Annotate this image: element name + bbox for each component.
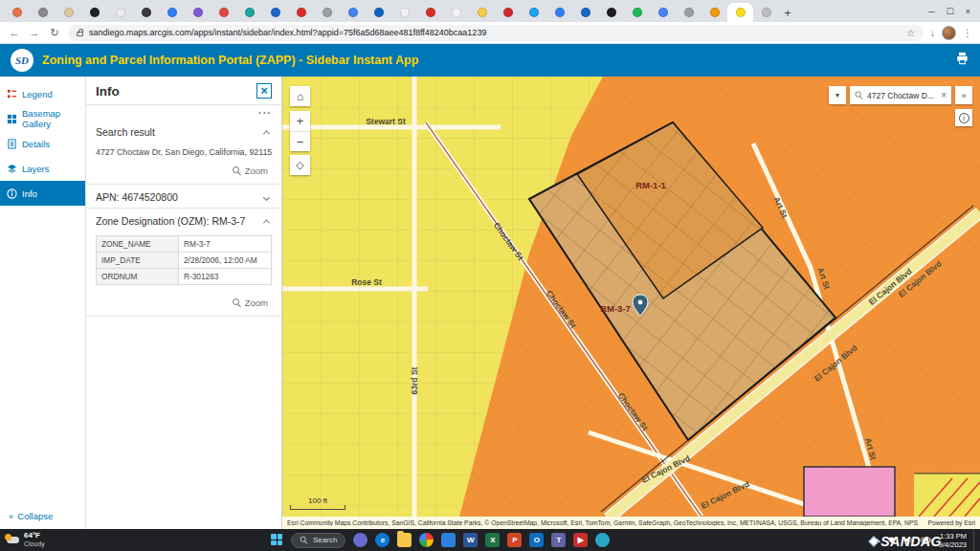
sidebar-item-basemap-gallery[interactable]: Basemap Gallery [0,106,85,131]
sidebar-item-layers[interactable]: Layers [0,156,85,181]
browser-tab[interactable] [159,3,185,22]
browser-menu-icon[interactable]: ⋮ [963,28,972,38]
section-zone-designation[interactable]: Zone Designation (OZM): RM-3-7 [86,209,281,231]
chevron-up-icon [263,130,270,137]
scale-line [290,505,345,510]
sidebar-item-legend[interactable]: Legend [0,81,85,106]
zoom-controls: + − [290,111,310,151]
sd-logo: SD [11,49,33,72]
collapse-sidebar-button[interactable]: « Collapse [9,511,53,521]
maximize-icon[interactable]: ☐ [947,7,954,16]
zoom-out-button[interactable]: − [290,131,310,151]
browser-tab[interactable] [391,3,417,22]
browser-tab-strip: + ─ ☐ × [0,0,980,22]
browser-tab[interactable] [56,3,81,22]
locate-button[interactable]: ◇ [290,155,310,175]
tab-favicon [90,8,100,17]
browser-tab[interactable] [727,3,753,22]
section-search-result[interactable]: Search result [86,120,281,143]
browser-tab[interactable] [185,3,211,22]
browser-tab[interactable] [572,3,598,22]
search-source-dropdown[interactable]: ▾ [829,86,846,104]
locate-icon: ◇ [296,159,303,171]
browser-tab[interactable] [4,3,30,22]
browser-tab[interactable] [650,3,676,22]
browser-tab[interactable] [521,3,546,22]
taskbar-weather-widget[interactable]: 64°F Cloudy [0,532,115,547]
sidebar-item-info[interactable]: Info [0,181,85,206]
tab-favicon [426,8,435,17]
close-window-icon[interactable]: × [966,7,970,16]
taskbar-icon-store[interactable] [441,533,456,547]
zoom-label: Zoom [245,298,268,308]
browser-tab[interactable] [676,3,702,22]
taskbar-icon-copilot[interactable] [353,533,368,547]
browser-tab[interactable] [598,3,624,22]
bookmark-star-icon[interactable]: ☆ [906,28,915,38]
forward-icon[interactable]: → [28,27,41,38]
expand-search-button[interactable]: » [955,86,972,104]
browser-tab[interactable] [469,3,495,22]
taskbar-icon-teams[interactable]: T [551,533,566,547]
browser-tab[interactable] [340,3,366,22]
download-icon[interactable]: ↓ [930,28,935,38]
browser-tab[interactable] [443,3,469,22]
browser-tab[interactable] [236,3,262,22]
browser-tab[interactable] [624,3,650,22]
browser-tab[interactable] [262,3,288,22]
table-row: IMP_DATE 2/28/2006, 12:00 AM [97,253,272,269]
close-panel-icon[interactable]: × [256,83,272,99]
taskbar-icon-powerpoint[interactable]: P [507,533,522,547]
taskbar-icon-media-player[interactable]: ▶ [573,533,588,547]
sidebar-item-details[interactable]: Details [0,131,85,156]
browser-tab[interactable] [133,3,159,22]
taskbar-icon-settings[interactable] [595,533,610,547]
back-icon[interactable]: ← [8,27,21,38]
print-icon[interactable] [955,52,969,69]
taskbar-search[interactable]: Search [291,533,345,548]
browser-tab[interactable] [107,3,133,22]
map-search-input[interactable]: 4727 Choctaw D... × [850,86,951,104]
zoom-in-button[interactable]: + [290,111,310,131]
home-button[interactable]: ⌂ [290,86,310,106]
refresh-icon[interactable]: ↻ [48,27,61,39]
url-text[interactable]: sandiego.maps.arcgis.com/apps/instant/si… [89,28,901,37]
search-text: 4727 Choctaw D... [867,91,937,100]
browser-tab[interactable] [81,3,107,22]
browser-tab[interactable] [495,3,521,22]
zone-label: RM-1-1 [635,180,666,190]
taskbar-icon-edge[interactable]: e [375,533,390,547]
taskbar-clock[interactable]: 1:33 PM 9/4/2023 [939,532,967,549]
panel-options-button[interactable]: ··· [86,105,281,120]
url-bar[interactable]: sandiego.maps.arcgis.com/apps/instant/si… [68,25,924,41]
taskbar-icon-excel[interactable]: X [485,533,500,547]
browser-tab[interactable] [753,3,779,22]
profile-avatar[interactable] [942,26,956,40]
browser-tab[interactable] [211,3,236,22]
table-row: ZONE_NAME RM-3-7 [97,236,272,253]
taskbar-icon-file-explorer[interactable] [397,533,412,547]
map-canvas[interactable]: Stewart StRose St63rd StChoctaw StChocta… [282,77,980,517]
attr-key: ORDNUM [97,269,179,285]
browser-tab[interactable] [30,3,56,22]
browser-tab[interactable] [417,3,443,22]
browser-tab[interactable] [314,3,340,22]
taskbar-icon-chrome[interactable] [419,533,434,547]
zoom-to-result-link[interactable]: Zoom [86,159,281,184]
map-info-button[interactable]: i [955,109,972,126]
clear-search-icon[interactable]: × [941,90,947,100]
show-desktop-button[interactable] [973,529,975,551]
zoom-to-zone-link[interactable]: Zoom [86,291,281,316]
taskbar-icon-outlook[interactable]: O [529,533,544,547]
minimize-icon[interactable]: ─ [928,7,934,16]
browser-tab[interactable] [546,3,572,22]
taskbar-icon-word[interactable]: W [463,533,478,547]
page-title: Zoning and Parcel Information Portal (ZA… [42,54,418,67]
map-container[interactable]: Stewart StRose St63rd StChoctaw StChocta… [282,77,980,529]
start-button[interactable] [271,534,283,546]
browser-tab[interactable] [366,3,391,22]
section-apn[interactable]: APN: 4674520800 [86,185,281,208]
new-tab-button[interactable]: + [779,5,796,22]
browser-tab[interactable] [702,3,727,22]
browser-tab[interactable] [288,3,314,22]
